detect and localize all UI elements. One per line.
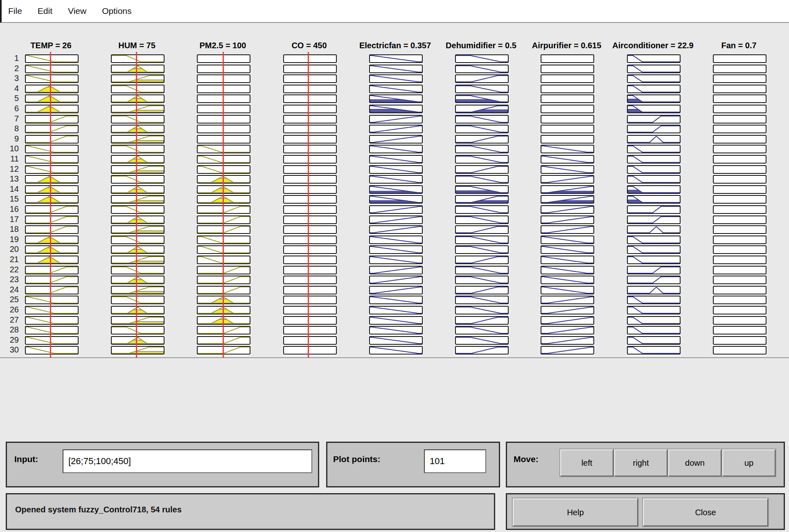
rule-cell-hum-18[interactable]: [111, 225, 165, 234]
rule-cell-co-29[interactable]: [283, 336, 337, 345]
rule-cell-pm25-29[interactable]: [197, 336, 250, 345]
input-value-line-temp[interactable]: [50, 52, 51, 358]
rule-cell-co-18[interactable]: [283, 225, 337, 234]
rule-cell-hum-28[interactable]: [111, 326, 165, 334]
rule-cell-pm25-14[interactable]: [197, 185, 250, 194]
rule-cell-pm25-30[interactable]: [197, 346, 250, 355]
rule-cell-pm25-17[interactable]: [197, 215, 250, 224]
menu-item-options[interactable]: Options: [102, 6, 131, 16]
rule-cell-temp-3[interactable]: [25, 74, 79, 83]
rule-cell-hum-30[interactable]: [111, 346, 165, 355]
rule-cell-temp-5[interactable]: [25, 94, 79, 103]
rule-cell-pm25-15[interactable]: [197, 195, 250, 204]
rule-cell-temp-19[interactable]: [25, 236, 79, 244]
rule-cell-temp-18[interactable]: [25, 225, 79, 234]
move-right-button[interactable]: right: [614, 449, 667, 476]
rule-cell-co-15[interactable]: [283, 195, 337, 204]
rule-cell-temp-25[interactable]: [25, 296, 79, 304]
input-value-line-hum[interactable]: [136, 52, 137, 358]
rule-cell-pm25-18[interactable]: [197, 225, 250, 234]
rule-cell-pm25-9[interactable]: [197, 135, 250, 144]
rule-cell-hum-4[interactable]: [111, 85, 165, 93]
move-down-button[interactable]: down: [668, 449, 721, 476]
menu-item-file[interactable]: File: [8, 6, 22, 16]
rule-cell-co-13[interactable]: [283, 175, 337, 184]
rule-cell-hum-29[interactable]: [111, 336, 165, 345]
rule-cell-temp-10[interactable]: [25, 145, 79, 153]
rule-cell-pm25-28[interactable]: [197, 326, 250, 334]
rule-cell-hum-24[interactable]: [111, 286, 165, 294]
rule-cell-hum-12[interactable]: [111, 165, 165, 174]
rule-cell-hum-11[interactable]: [111, 155, 165, 164]
rule-cell-pm25-3[interactable]: [197, 74, 250, 83]
rule-cell-pm25-4[interactable]: [197, 85, 250, 93]
rule-cell-pm25-12[interactable]: [197, 165, 250, 174]
rule-cell-hum-2[interactable]: [111, 65, 165, 73]
rule-cell-temp-27[interactable]: [25, 316, 79, 325]
rule-cell-pm25-26[interactable]: [197, 306, 250, 314]
rule-cell-co-24[interactable]: [283, 286, 337, 294]
input-field[interactable]: [26;75;100;450]: [63, 449, 312, 473]
rule-cell-hum-6[interactable]: [111, 105, 165, 113]
rule-cell-hum-25[interactable]: [111, 296, 165, 304]
rule-cell-co-3[interactable]: [283, 74, 337, 83]
rule-cell-co-9[interactable]: [283, 135, 337, 144]
rule-cell-temp-29[interactable]: [25, 336, 79, 345]
rule-cell-hum-13[interactable]: [111, 175, 165, 184]
rule-cell-co-21[interactable]: [283, 256, 337, 264]
rule-cell-co-7[interactable]: [283, 115, 337, 123]
rule-cell-temp-15[interactable]: [25, 195, 79, 204]
rule-cell-hum-8[interactable]: [111, 125, 165, 133]
rule-cell-temp-20[interactable]: [25, 245, 79, 254]
rule-cell-temp-8[interactable]: [25, 125, 79, 133]
rule-cell-pm25-1[interactable]: [197, 54, 250, 63]
rule-cell-hum-20[interactable]: [111, 245, 165, 254]
menu-item-view[interactable]: View: [68, 6, 86, 16]
rule-cell-pm25-22[interactable]: [197, 266, 250, 274]
rule-cell-temp-9[interactable]: [25, 135, 79, 144]
rule-cell-hum-14[interactable]: [111, 185, 165, 194]
rule-cell-co-11[interactable]: [283, 155, 337, 164]
help-button[interactable]: Help: [513, 498, 638, 526]
rule-cell-pm25-23[interactable]: [197, 276, 250, 284]
rule-cell-pm25-11[interactable]: [197, 155, 250, 164]
rule-cell-hum-10[interactable]: [111, 145, 165, 153]
rule-cell-hum-19[interactable]: [111, 236, 165, 244]
rule-cell-temp-23[interactable]: [25, 276, 79, 284]
rule-cell-temp-17[interactable]: [25, 215, 79, 224]
rule-cell-hum-27[interactable]: [111, 316, 165, 325]
rule-cell-co-25[interactable]: [283, 296, 337, 304]
rule-cell-co-26[interactable]: [283, 306, 337, 314]
rule-cell-temp-6[interactable]: [25, 105, 79, 113]
rule-cell-co-10[interactable]: [283, 145, 337, 153]
rule-cell-hum-3[interactable]: [111, 74, 165, 83]
rule-cell-temp-28[interactable]: [25, 326, 79, 334]
rule-cell-pm25-21[interactable]: [197, 256, 250, 264]
rule-cell-temp-30[interactable]: [25, 346, 79, 355]
rule-cell-hum-21[interactable]: [111, 256, 165, 264]
rule-cell-pm25-2[interactable]: [197, 65, 250, 73]
rule-cell-co-4[interactable]: [283, 85, 337, 93]
rule-cell-co-28[interactable]: [283, 326, 337, 334]
rule-cell-temp-24[interactable]: [25, 286, 79, 294]
rule-cell-co-17[interactable]: [283, 215, 337, 224]
close-button[interactable]: Close: [643, 498, 768, 526]
rule-cell-pm25-8[interactable]: [197, 125, 250, 133]
rule-cell-pm25-7[interactable]: [197, 115, 250, 123]
rule-cell-temp-1[interactable]: [25, 54, 79, 63]
rule-cell-co-20[interactable]: [283, 245, 337, 254]
rule-cell-temp-4[interactable]: [25, 85, 79, 93]
rule-cell-temp-13[interactable]: [25, 175, 79, 184]
rule-cell-hum-7[interactable]: [111, 115, 165, 123]
rule-cell-hum-5[interactable]: [111, 94, 165, 103]
menu-item-edit[interactable]: Edit: [38, 6, 52, 16]
rule-cell-co-2[interactable]: [283, 65, 337, 73]
input-value-line-co[interactable]: [308, 52, 309, 358]
rule-cell-hum-22[interactable]: [111, 266, 165, 274]
rule-cell-hum-23[interactable]: [111, 276, 165, 284]
input-value-line-pm25[interactable]: [223, 52, 224, 358]
rule-cell-co-27[interactable]: [283, 316, 337, 325]
rule-cell-co-16[interactable]: [283, 205, 337, 214]
rule-cell-temp-21[interactable]: [25, 256, 79, 264]
rule-cell-pm25-27[interactable]: [197, 316, 250, 325]
